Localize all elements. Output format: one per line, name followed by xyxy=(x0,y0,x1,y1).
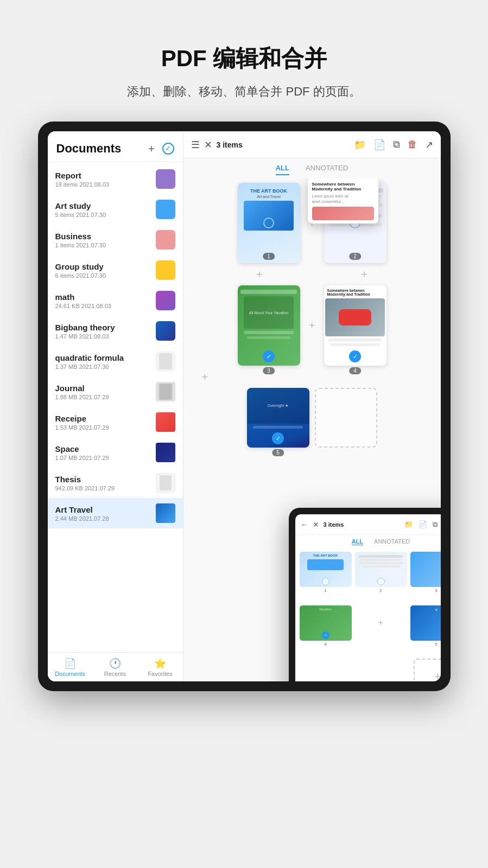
pages-row-1: THE ART BOOK Art and Travel 1 + xyxy=(191,183,433,263)
topbar-right: 📁 📄 ⧉ 🗑 ↗ xyxy=(354,139,433,151)
item-name: Business xyxy=(55,232,151,241)
list-item-receipe[interactable]: Receipe 1.53 MB 2021.07.29 xyxy=(48,407,183,437)
item-name: Group study xyxy=(55,262,151,271)
second-topbar: ← ✕ 3 items 📁 📄 ⧉ 🗑 ↗ xyxy=(295,514,441,535)
item-count: 3 items xyxy=(217,141,243,149)
close-icon[interactable]: ✕ xyxy=(204,139,212,151)
plus-between-3-4[interactable]: + xyxy=(306,320,319,332)
tab-favorites[interactable]: ⭐ Favorites xyxy=(138,658,183,677)
item-meta: 5 items 2021.07.30 xyxy=(55,212,151,218)
second-tablet: ← ✕ 3 items 📁 📄 ⧉ 🗑 ↗ xyxy=(289,508,441,681)
second-grid: THE ART BOOK 1 xyxy=(295,547,441,681)
folder-icon-math xyxy=(156,291,175,310)
documents-icon: 📄 xyxy=(64,658,76,669)
s-add-page-btn[interactable]: + xyxy=(414,659,441,681)
folder-icon-art xyxy=(156,200,175,219)
s-cell-2[interactable]: 2 xyxy=(355,552,407,602)
plus-right[interactable]: + xyxy=(361,269,367,281)
tab-documents[interactable]: 📄 Documents xyxy=(48,658,93,677)
page-5-check: ✓ xyxy=(272,432,284,444)
sidebar-list: Report 18 items 2021.08.03 Art study 5 i… xyxy=(48,162,183,652)
item-name: Receipe xyxy=(55,414,151,423)
page-5-num: 5 xyxy=(272,449,284,456)
page-4-wrapper: Somewhere betweenModernity and Tradition… xyxy=(324,285,386,366)
second-close-icon[interactable]: ✕ xyxy=(313,520,319,529)
main-content: ☰ ✕ 3 items 📁 📄 ⧉ 🗑 ↗ ALL ANNOTA xyxy=(183,131,441,681)
folder-btn[interactable]: 📁 xyxy=(354,139,366,151)
check-button[interactable]: ✓ xyxy=(162,143,174,155)
list-item-journal[interactable]: Journal 1.88 MB 2021.07.29 xyxy=(48,376,183,407)
s-plus-between[interactable]: + xyxy=(355,605,407,641)
item-info: Receipe 1.53 MB 2021.07.29 xyxy=(55,414,151,431)
item-meta: 1.53 MB 2021.07.29 xyxy=(55,424,151,431)
page-3-check: ✓ xyxy=(263,350,275,362)
share-btn[interactable]: ↗ xyxy=(425,139,433,151)
filter-annotated[interactable]: ANNOTATED xyxy=(306,164,348,175)
list-item-quadratic[interactable]: quadratic formula 1.37 MB 2021.07.30 xyxy=(48,346,183,376)
second-folder-btn[interactable]: 📁 xyxy=(404,520,413,529)
recents-icon: 🕐 xyxy=(109,658,121,669)
page-2-num: 2 xyxy=(349,253,361,260)
filter-tabs: ALL ANNOTATED xyxy=(183,158,441,178)
page-header: PDF 编辑和合并 添加、删除、移动、简单合并 PDF 的页面。 xyxy=(105,0,382,122)
add-button[interactable]: ＋ xyxy=(146,141,157,156)
s-cell-3[interactable]: ✓ 3 xyxy=(410,552,441,602)
plus-left[interactable]: + xyxy=(256,269,263,281)
s-cell-4[interactable]: Vacation ✓ 4 xyxy=(300,605,352,656)
list-item-art-travel[interactable]: Art Travel 2.44 MB 2021.07.28 xyxy=(48,498,183,528)
second-actions: 📁 📄 ⧉ 🗑 ↗ xyxy=(404,520,441,529)
plus-bot[interactable]: + xyxy=(202,371,208,384)
list-item-business[interactable]: Business 1 items 2021.07.30 xyxy=(48,225,183,255)
item-meta: 942.09 KB 2021.07.29 xyxy=(55,485,151,492)
list-item-math[interactable]: math 24.61 KB 2021.08.03 xyxy=(48,285,183,316)
list-item-report[interactable]: Report 18 items 2021.08.03 xyxy=(48,164,183,194)
sidebar-header: Documents ＋ ✓ xyxy=(48,131,183,162)
tab-recents[interactable]: 🕐 Recents xyxy=(93,658,138,677)
item-info: Report 18 items 2021.08.03 xyxy=(55,171,151,188)
item-name: Bigbang theory xyxy=(55,323,151,332)
list-item-art-study[interactable]: Art study 5 items 2021.07.30 xyxy=(48,194,183,225)
list-item-bigbang[interactable]: Bigbang theory 1.47 MB 2021.08.03 xyxy=(48,316,183,346)
page-1-num: 1 xyxy=(263,253,275,260)
copy-btn[interactable]: ⧉ xyxy=(393,139,400,150)
list-item-group-study[interactable]: Group study 6 items 2021.07.30 xyxy=(48,255,183,285)
folder-icon-report xyxy=(156,169,175,189)
thumb-space xyxy=(156,443,175,462)
item-name: Art study xyxy=(55,201,151,210)
delete-btn[interactable]: 🗑 xyxy=(408,139,417,150)
tab-bar: 📄 Documents 🕐 Recents ⭐ Favorites xyxy=(48,652,183,681)
item-name: quadratic formula xyxy=(55,353,151,362)
list-item-thesis[interactable]: Thesis 942.09 KB 2021.07.29 xyxy=(48,468,183,498)
item-meta: 1.37 MB 2021.07.30 xyxy=(55,363,151,370)
sidebar-actions: ＋ ✓ xyxy=(146,141,174,156)
plus-row-bot: + xyxy=(191,371,433,384)
list-item-space[interactable]: Space 1.07 MB 2021.07.29 xyxy=(48,437,183,468)
thumb-quadratic xyxy=(156,352,175,371)
page-placeholder xyxy=(315,388,377,448)
item-name: Report xyxy=(55,171,151,180)
item-info: Business 1 items 2021.07.30 xyxy=(55,232,151,248)
menu-icon[interactable]: ☰ xyxy=(191,139,200,151)
sidebar-title: Documents xyxy=(56,142,122,156)
second-copy-btn[interactable]: ⧉ xyxy=(433,520,438,529)
favorites-icon: ⭐ xyxy=(154,658,166,669)
folder-icon-group xyxy=(156,260,175,280)
filter-all[interactable]: ALL xyxy=(276,164,289,175)
second-filter-all[interactable]: ALL xyxy=(352,538,363,545)
s-cell-1[interactable]: THE ART BOOK 1 xyxy=(300,552,352,602)
s-cell-5[interactable]: ★ 5 xyxy=(410,605,441,656)
second-filter-annotated[interactable]: ANNOTATED xyxy=(374,538,410,545)
page-5-wrapper: Overnight ★ ✓ 5 xyxy=(247,388,309,448)
item-info: Space 1.07 MB 2021.07.29 xyxy=(55,444,151,461)
file-btn[interactable]: 📄 xyxy=(373,139,385,151)
s-bottom-plus-wrapper: + xyxy=(300,659,441,681)
item-info: Bigbang theory 1.47 MB 2021.08.03 xyxy=(55,323,151,340)
thumb-receipe xyxy=(156,412,175,432)
item-meta: 6 items 2021.07.30 xyxy=(55,272,151,279)
second-back-icon[interactable]: ← xyxy=(301,520,308,529)
item-info: Journal 1.88 MB 2021.07.29 xyxy=(55,384,151,400)
page-1[interactable]: THE ART BOOK Art and Travel xyxy=(238,183,300,263)
item-name: Art Travel xyxy=(55,505,151,514)
second-file-btn[interactable]: 📄 xyxy=(419,520,427,529)
item-meta: 1 items 2021.07.30 xyxy=(55,242,151,248)
